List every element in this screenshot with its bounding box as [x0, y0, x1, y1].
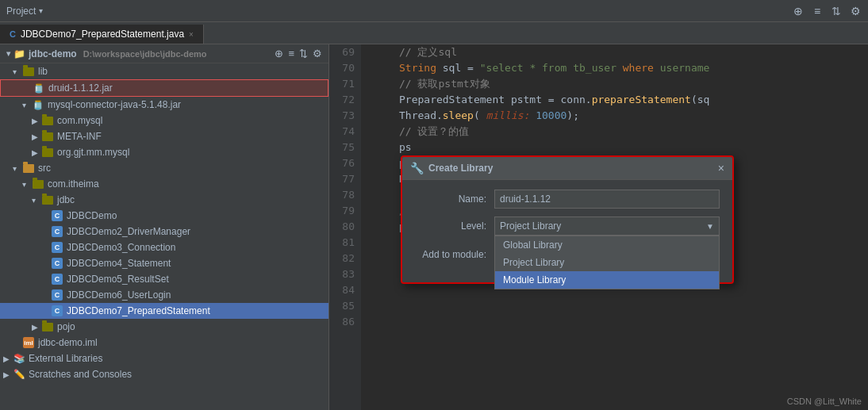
header-add-icon[interactable]: ⊕	[275, 48, 283, 59]
sidebar-header: ▾ 📁 jdbc-demo D:\workspace\jdbc\jdbc-dem…	[0, 44, 328, 63]
dialog-name-input[interactable]	[494, 190, 720, 209]
dialog-level-row: Level: Project Library ▼ Global Library …	[415, 216, 720, 236]
sidebar-item-jdbcdemo5[interactable]: C JDBCDemo5_ResultSet	[0, 271, 328, 287]
sidebar-item-jdbcdemo[interactable]: C JDBCDemo	[0, 208, 328, 224]
dialog-level-select[interactable]: Project Library ▼	[494, 216, 720, 236]
dialog-level-select-wrapper: Project Library ▼ Global Library Project…	[494, 216, 720, 236]
sidebar-item-jdbcdemo7[interactable]: C JDBCDemo7_PreparedStatement	[0, 303, 328, 319]
sidebar-item-meta-inf[interactable]: ▶ META-INF	[0, 128, 328, 144]
sidebar-item-src[interactable]: ▾ src	[0, 160, 328, 176]
org-gjt-label: org.gjt.mm.mysql	[57, 147, 129, 158]
sidebar-item-lib[interactable]: ▾ lib	[0, 63, 328, 79]
dialog-name-label: Name:	[415, 194, 486, 205]
sidebar-item-jdbcdemo6[interactable]: C JDBCDemo6_UserLogin	[0, 287, 328, 303]
druid-label: druid-1.1.12.jar	[48, 82, 113, 94]
mysql-arrow: ▾	[22, 101, 32, 109]
sidebar-item-jdbcdemo2[interactable]: C JDBCDemo2_DriverManager	[0, 224, 328, 239]
project-root-arrow: ▾	[6, 49, 10, 58]
sidebar-item-jdbcdemo3[interactable]: C JDBCDemo3_Connection	[0, 239, 328, 255]
main-area: ▾ 📁 jdbc-demo D:\workspace\jdbc\jdbc-dem…	[0, 44, 868, 410]
dialog-title-bar: 🔧 Create Library ×	[402, 157, 732, 180]
project-root-path: D:\workspace\jdbc\jdbc-demo	[83, 49, 207, 59]
com-mysql-arrow: ▶	[32, 117, 41, 125]
toolbar-icons: ⊕ ≡ ⇅ ⚙	[792, 5, 862, 17]
toolbar-title: Project ▾	[6, 6, 43, 17]
sidebar-item-com-mysql[interactable]: ▶ com.mysql	[0, 113, 328, 128]
chevron-down-icon[interactable]: ▾	[39, 6, 43, 15]
active-tab[interactable]: C JDBCDemo7_PreparedStatement.java ×	[0, 25, 204, 44]
code-line-76: Thread.sleep( millis: 10000);	[399, 108, 709, 124]
org-gjt-folder-icon	[41, 146, 54, 159]
com-mysql-label: com.mysql	[57, 115, 102, 126]
sidebar-item-druid[interactable]: 🫙 druid-1.1.12.jar	[0, 79, 328, 97]
dropdown-option-module[interactable]: Module Library	[495, 271, 719, 289]
sidebar-item-external[interactable]: ▶ 📚 External Libraries	[0, 351, 328, 366]
code-line-78: ps	[399, 140, 709, 155]
code-line-77: // 设置？的值	[399, 124, 709, 140]
jdbc-arrow: ▾	[32, 196, 41, 205]
code-line-72: // 获取pstmt对象	[399, 76, 709, 92]
sidebar-item-jdbc[interactable]: ▾ jdbc	[0, 192, 328, 208]
sidebar-item-iml[interactable]: iml jdbc-demo.iml	[0, 335, 328, 351]
list-icon[interactable]: ≡	[811, 5, 824, 17]
project-root-label: jdbc-demo	[29, 48, 77, 59]
jdbcdemo4-label: JDBCDemo4_Statement	[67, 258, 171, 269]
sidebar-item-jdbcdemo4[interactable]: C JDBCDemo4_Statement	[0, 255, 328, 271]
dialog-close-button[interactable]: ×	[718, 162, 724, 174]
lib-label: lib	[38, 66, 48, 77]
dialog-name-row: Name:	[415, 190, 720, 209]
dialog-body: Name: Level: Project Library ▼	[402, 180, 732, 282]
sort-icon[interactable]: ⇅	[830, 5, 843, 17]
dropdown-option-project[interactable]: Project Library	[495, 254, 719, 271]
meta-inf-label: META-INF	[57, 131, 102, 142]
jdbcdemo7-class-icon: C	[51, 305, 63, 317]
sidebar-item-mysql-connector[interactable]: ▾ 🫙 mysql-connector-java-5.1.48.jar	[0, 97, 328, 113]
project-root-icon: 📁	[13, 48, 25, 59]
sidebar-header-title: ▾ 📁 jdbc-demo D:\workspace\jdbc\jdbc-dem…	[6, 48, 207, 59]
sidebar-item-scratches[interactable]: ▶ ✏️ Scratches and Consoles	[0, 366, 328, 382]
tab-close-icon[interactable]: ×	[189, 30, 194, 39]
external-icon: 📚	[13, 352, 25, 365]
dialog-level-dropdown: Global Library Project Library Module Li…	[494, 236, 720, 289]
pojo-label: pojo	[57, 321, 75, 332]
mysql-jar-icon: 🫙	[32, 98, 44, 111]
com-itheima-folder-icon	[32, 178, 44, 190]
settings-icon[interactable]: ⚙	[849, 5, 862, 17]
lib-folder-icon	[22, 65, 35, 78]
jdbcdemo2-class-icon: C	[51, 225, 63, 238]
code-line-70: String sql = "select * from tb_user wher…	[399, 60, 709, 76]
jdbcdemo2-label: JDBCDemo2_DriverManager	[67, 226, 190, 237]
pojo-folder-icon	[41, 320, 54, 333]
sidebar-item-org-gjt[interactable]: ▶ org.gjt.mm.mysql	[0, 144, 328, 160]
dialog-title: 🔧 Create Library	[410, 162, 493, 174]
watermark-text: CSDN @Litt_White	[787, 397, 862, 406]
dropdown-option-global[interactable]: Global Library	[495, 236, 719, 254]
watermark: CSDN @Litt_White	[787, 396, 862, 407]
external-label: External Libraries	[29, 353, 102, 364]
meta-inf-arrow: ▶	[32, 132, 41, 141]
sidebar: ▾ 📁 jdbc-demo D:\workspace\jdbc\jdbc-dem…	[0, 44, 329, 410]
sidebar-item-com-itheima[interactable]: ▾ com.itheima	[0, 176, 328, 192]
sidebar-item-pojo[interactable]: ▶ pojo	[0, 319, 328, 335]
meta-inf-folder-icon	[41, 130, 54, 143]
iml-label: jdbc-demo.iml	[38, 337, 98, 348]
header-settings-icon[interactable]: ⚙	[313, 48, 322, 59]
add-icon[interactable]: ⊕	[792, 5, 805, 17]
dialog-level-label: Level:	[415, 220, 486, 232]
header-list-icon[interactable]: ≡	[288, 48, 294, 59]
src-folder-icon	[22, 162, 35, 174]
druid-jar-icon: 🫙	[33, 82, 45, 94]
src-arrow: ▾	[13, 164, 22, 173]
header-sort-icon[interactable]: ⇅	[299, 48, 308, 59]
iml-icon: iml	[22, 336, 35, 349]
code-line-73: PreparedStatement pstmt = conn.prepareSt…	[399, 92, 709, 108]
jdbcdemo-class-icon: C	[51, 209, 63, 222]
editor-area[interactable]: 69 70 71 72 73 74 75 76 77 78 79 80 81 8…	[329, 44, 868, 410]
top-toolbar: Project ▾ ⊕ ≡ ⇅ ⚙	[0, 0, 868, 22]
src-label: src	[38, 163, 51, 174]
pojo-arrow: ▶	[32, 323, 41, 331]
jdbcdemo-label: JDBCDemo	[67, 210, 117, 221]
jdbc-folder-icon	[41, 194, 54, 206]
com-mysql-folder-icon	[41, 114, 54, 127]
lib-arrow: ▾	[13, 67, 22, 76]
